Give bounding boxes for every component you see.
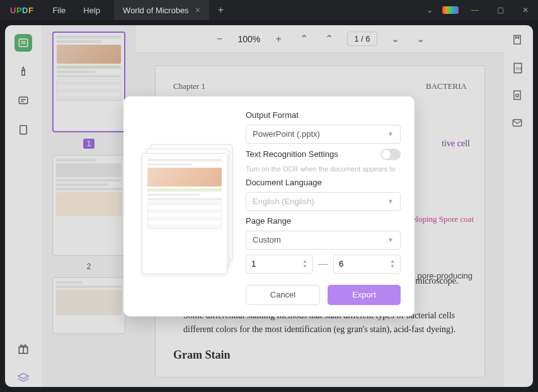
ocr-hint: Turn on the OCR when the document appear… (246, 165, 401, 173)
stepper-down-icon[interactable]: ▼ (390, 264, 398, 269)
output-format-value: PowerPoint (.pptx) (253, 129, 320, 139)
chevron-down-icon: ▼ (387, 130, 394, 137)
output-format-select[interactable]: PowerPoint (.pptx) ▼ (246, 125, 401, 144)
close-button[interactable]: ✕ (513, 0, 538, 20)
export-button[interactable]: Export (328, 285, 401, 305)
document-tab[interactable]: World of Microbes × (114, 0, 209, 20)
output-format-label: Output Format (246, 110, 401, 120)
page-range-value: Custom (253, 235, 281, 245)
cancel-button[interactable]: Cancel (246, 285, 320, 305)
range-to-value: 6 (339, 259, 343, 268)
maximize-button[interactable]: ▢ (488, 0, 513, 20)
chevron-down-icon: ▼ (387, 198, 394, 205)
dropdown-icon[interactable]: ⌄ (417, 6, 442, 14)
minimize-button[interactable]: — (462, 0, 488, 20)
title-bar: UPDF File Help World of Microbes × + ⌄ —… (0, 0, 538, 20)
app-logo: UPDF (0, 6, 43, 15)
ocr-label: Text Recognition Settings (246, 149, 338, 159)
ocr-toggle[interactable] (381, 149, 401, 160)
add-tab-button[interactable]: + (209, 4, 232, 16)
export-dialog: Output Format PowerPoint (.pptx) ▼ Text … (123, 96, 415, 316)
page-range-select[interactable]: Custom ▼ (246, 231, 401, 250)
tab-title: World of Microbes (123, 6, 189, 15)
range-from-value: 1 (251, 259, 256, 268)
dialog-preview (137, 110, 234, 305)
close-icon[interactable]: × (195, 5, 200, 15)
menu-file[interactable]: File (43, 6, 74, 15)
language-select[interactable]: English (English) ▼ (246, 192, 401, 211)
stepper-down-icon[interactable]: ▼ (302, 264, 310, 269)
page-range-label: Page Range (246, 216, 401, 226)
theme-icon[interactable] (442, 6, 459, 14)
language-value: English (English) (253, 197, 314, 206)
menu-help[interactable]: Help (74, 6, 109, 15)
modal-overlay: Output Format PowerPoint (.pptx) ▼ Text … (5, 25, 533, 387)
range-dash: — (318, 258, 328, 270)
tab-strip: World of Microbes × + (114, 0, 417, 20)
language-label: Document Language (246, 178, 401, 187)
range-to-input[interactable]: 6 ▲▼ (333, 255, 401, 274)
chevron-down-icon: ▼ (387, 236, 394, 243)
range-from-input[interactable]: 1 ▲▼ (246, 255, 313, 274)
